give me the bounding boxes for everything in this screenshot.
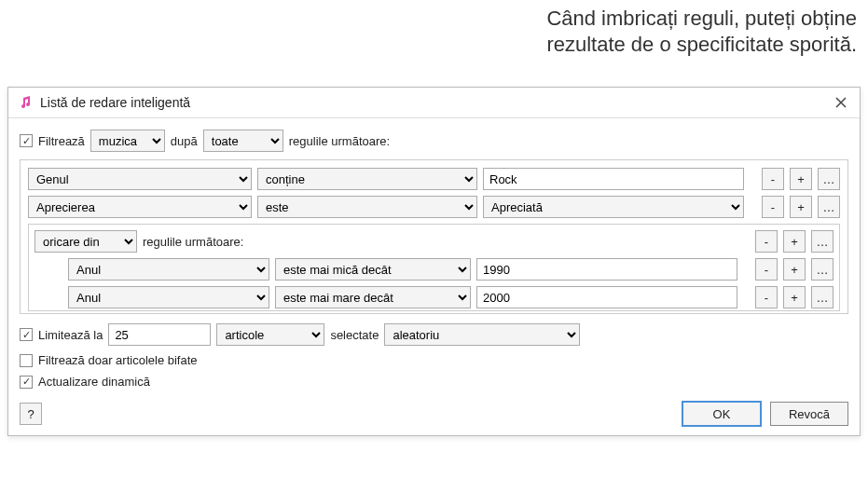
filter-source-select[interactable]: muzica	[90, 130, 165, 152]
cancel-button[interactable]: Revocă	[770, 402, 848, 426]
help-button[interactable]: ?	[20, 403, 42, 425]
rule-row: Aprecierea este Apreciată - + …	[28, 196, 840, 218]
limit-label: Limitează la	[38, 328, 103, 342]
rule-row: Genul conține - + …	[28, 168, 840, 190]
only-checked-label: Filtrează doar articolele bifate	[38, 353, 198, 367]
rule-value-select[interactable]: Apreciată	[483, 196, 744, 218]
rule-op-select[interactable]: este mai mare decât	[275, 286, 471, 308]
rule-field-select[interactable]: Aprecierea	[28, 196, 252, 218]
only-checked-checkbox[interactable]	[20, 354, 33, 367]
app-music-icon	[18, 95, 33, 110]
nested-match-mode-select[interactable]: oricare din	[34, 230, 137, 253]
nest-rule-button[interactable]: …	[818, 196, 840, 218]
limit-method-select[interactable]: aleatoriu	[384, 323, 580, 346]
nested-header-row: oricare din regulile următoare: - + …	[34, 230, 834, 253]
add-rule-button[interactable]: +	[783, 258, 806, 281]
dialog-title: Listă de redare inteligentă	[40, 95, 832, 110]
limit-unit-select[interactable]: articole	[216, 323, 324, 346]
filter-label: Filtrează	[38, 134, 85, 148]
rule-field-select[interactable]: Anul	[68, 286, 269, 308]
rule-op-select[interactable]: este	[257, 196, 477, 218]
live-update-row: Actualizare dinamică	[20, 375, 848, 389]
rule-value-input[interactable]	[483, 168, 744, 190]
smart-playlist-dialog: Listă de redare inteligentă Filtrează mu…	[7, 87, 861, 436]
live-update-label: Actualizare dinamică	[38, 375, 150, 389]
remove-rule-button[interactable]: -	[762, 196, 784, 218]
ok-button[interactable]: OK	[682, 402, 761, 426]
remove-rule-button[interactable]: -	[755, 230, 778, 253]
nest-rule-button[interactable]: …	[811, 258, 834, 281]
filter-checkbox[interactable]	[20, 134, 33, 147]
only-checked-row: Filtrează doar articolele bifate	[20, 353, 848, 367]
match-mode-select[interactable]: toate	[203, 130, 283, 152]
filter-after-word: după	[171, 134, 198, 148]
add-rule-button[interactable]: +	[783, 230, 806, 253]
filter-row: Filtrează muzica după toate regulile urm…	[20, 130, 848, 152]
add-rule-button[interactable]: +	[783, 286, 806, 308]
nest-rule-button[interactable]: …	[818, 168, 840, 190]
dialog-body: Filtrează muzica după toate regulile urm…	[8, 118, 860, 435]
rule-op-select[interactable]: este mai mică decât	[275, 258, 471, 281]
remove-rule-button[interactable]: -	[755, 286, 778, 308]
remove-rule-button[interactable]: -	[755, 258, 778, 281]
limit-checkbox[interactable]	[20, 328, 33, 341]
nested-suffix: regulile următoare:	[143, 235, 243, 249]
limit-row: Limitează la articole selectate aleatori…	[20, 323, 848, 346]
nested-rule-group: oricare din regulile următoare: - + … An…	[28, 224, 840, 311]
add-rule-button[interactable]: +	[790, 196, 812, 218]
dialog-footer: ? OK Revocă	[20, 396, 848, 426]
titlebar: Listă de redare inteligentă	[8, 88, 860, 118]
rule-op-select[interactable]: conține	[257, 168, 477, 190]
limit-selected-word: selectate	[330, 328, 379, 342]
rule-value-input[interactable]	[476, 258, 737, 281]
annotation-text: Când imbricați reguli, puteți obținerezu…	[546, 6, 857, 57]
rule-value-input[interactable]	[476, 286, 737, 308]
filter-suffix: regulile următoare:	[289, 134, 390, 148]
rules-container: Genul conține - + … Aprecierea este Apre…	[20, 159, 848, 314]
nest-rule-button[interactable]: …	[811, 230, 834, 253]
rule-field-select[interactable]: Anul	[68, 258, 269, 281]
add-rule-button[interactable]: +	[790, 168, 812, 190]
rule-row: Anul este mai mică decât - + …	[34, 258, 834, 281]
close-button[interactable]	[832, 93, 850, 112]
rule-row: Anul este mai mare decât - + …	[34, 286, 834, 308]
rule-field-select[interactable]: Genul	[28, 168, 252, 190]
limit-value-input[interactable]	[108, 323, 211, 346]
nest-rule-button[interactable]: …	[811, 286, 834, 308]
live-update-checkbox[interactable]	[20, 376, 33, 389]
remove-rule-button[interactable]: -	[762, 168, 784, 190]
